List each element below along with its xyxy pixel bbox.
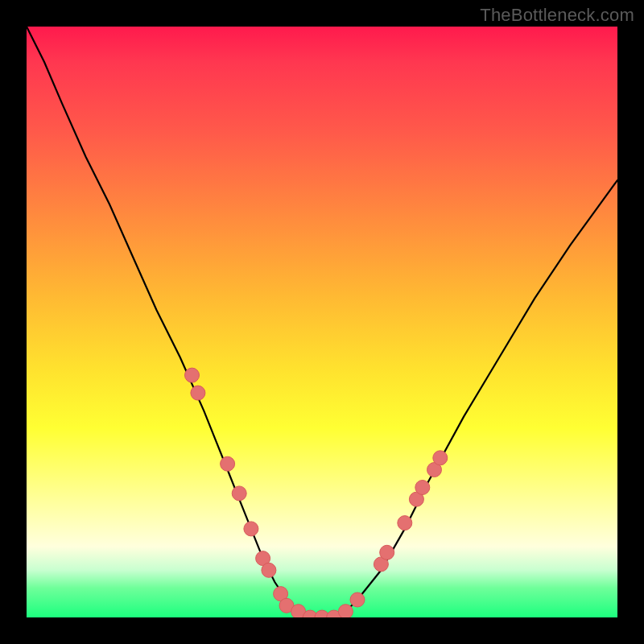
data-marker (398, 516, 412, 530)
data-marker (262, 563, 276, 577)
markers-group (185, 368, 448, 617)
plot-area (27, 27, 617, 617)
bottleneck-curve (27, 27, 617, 617)
chart-svg (27, 27, 617, 617)
data-marker (191, 386, 205, 400)
data-marker (185, 368, 200, 382)
data-marker (244, 522, 258, 536)
data-marker (380, 545, 394, 559)
watermark-text: TheBottleneck.com (480, 5, 634, 26)
data-marker (415, 481, 430, 495)
chart-frame: TheBottleneck.com (0, 0, 644, 644)
data-marker (221, 456, 235, 471)
data-marker (350, 592, 365, 607)
data-marker (338, 605, 353, 617)
data-marker (433, 451, 448, 465)
data-marker (232, 486, 246, 501)
